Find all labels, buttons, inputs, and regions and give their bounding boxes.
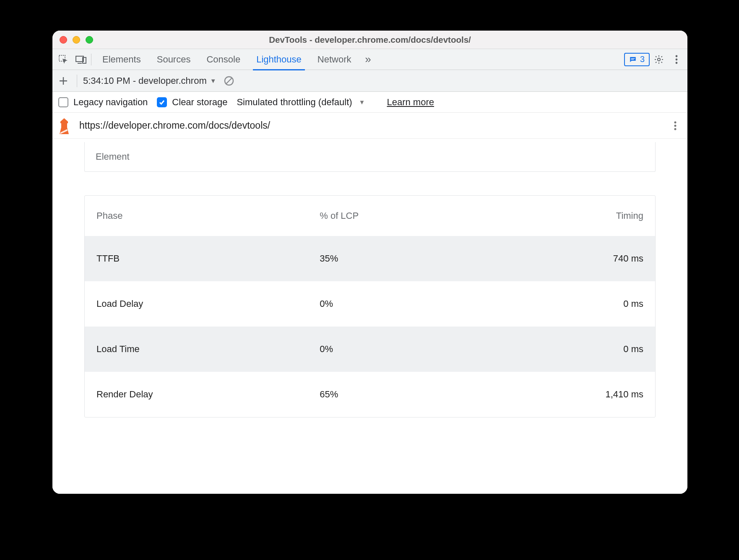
lcp-element-card[interactable]: Element: [84, 142, 656, 172]
clear-icon: [224, 75, 234, 86]
tab-console[interactable]: Console: [199, 49, 248, 70]
svg-marker-14: [60, 118, 68, 123]
svg-rect-15: [61, 123, 67, 127]
check-icon: [159, 99, 165, 106]
cell-timing: 0 ms: [520, 298, 643, 309]
table-row: Render Delay 65% 1,410 ms: [85, 372, 655, 417]
messages-count: 3: [640, 54, 645, 64]
devtools-tabstrip: Elements Sources Console Lighthouse Netw…: [52, 49, 687, 70]
cell-phase: Load Time: [96, 344, 320, 355]
zoom-window-button[interactable]: [86, 36, 93, 44]
traffic-lights: [52, 36, 93, 44]
tab-network[interactable]: Network: [310, 49, 359, 70]
element-card-label: Element: [96, 151, 130, 162]
cell-pct: 35%: [320, 253, 520, 264]
checkbox-box: [58, 97, 68, 107]
gear-icon: [654, 54, 664, 65]
more-tabs-button[interactable]: »: [360, 53, 377, 66]
table-header-row: Phase % of LCP Timing: [85, 196, 655, 236]
messages-badge[interactable]: 3: [624, 53, 650, 66]
svg-line-13: [226, 78, 232, 84]
learn-more-link[interactable]: Learn more: [387, 97, 434, 108]
col-header-phase: Phase: [96, 210, 320, 221]
svg-point-9: [676, 62, 678, 64]
tab-lighthouse[interactable]: Lighthouse: [249, 49, 309, 70]
devtools-window: DevTools - developer.chrome.com/docs/dev…: [52, 31, 687, 494]
clear-reports-button[interactable]: [222, 74, 236, 88]
checkbox-label: Legacy navigation: [73, 97, 148, 108]
table-row: TTFB 35% 740 ms: [85, 236, 655, 281]
tab-label: Console: [206, 54, 240, 65]
tab-elements[interactable]: Elements: [95, 49, 148, 70]
throttling-label: Simulated throttling (default): [237, 97, 352, 108]
lighthouse-icon: [56, 117, 73, 134]
cell-phase: Render Delay: [96, 389, 320, 400]
caret-down-icon: ▼: [359, 99, 365, 106]
report-selector[interactable]: 5:34:10 PM - developer.chrom ▼: [83, 75, 216, 86]
col-header-timing: Timing: [520, 210, 643, 221]
cell-phase: Load Delay: [96, 298, 320, 309]
separator: [77, 75, 77, 87]
more-options-button[interactable]: [668, 51, 685, 68]
svg-point-8: [676, 58, 678, 60]
checkbox-box: [157, 97, 167, 107]
caret-down-icon: ▼: [210, 77, 216, 84]
cell-timing: 1,410 ms: [520, 389, 643, 400]
report-label: 5:34:10 PM - developer.chrom: [83, 75, 207, 86]
table-row: Load Delay 0% 0 ms: [85, 281, 655, 327]
tab-label: Lighthouse: [256, 54, 302, 65]
report-menu-button[interactable]: [669, 117, 682, 134]
titlebar: DevTools - developer.chrome.com/docs/dev…: [52, 31, 687, 49]
cell-timing: 0 ms: [520, 344, 643, 355]
lighthouse-settings: Legacy navigation Clear storage Simulate…: [52, 92, 687, 113]
checkbox-label: Clear storage: [172, 97, 227, 108]
svg-rect-4: [631, 58, 635, 59]
svg-point-20: [674, 128, 677, 130]
settings-button[interactable]: [651, 51, 667, 68]
device-toolbar-icon[interactable]: [73, 51, 89, 68]
tab-label: Sources: [157, 54, 191, 65]
cell-phase: TTFB: [96, 253, 320, 264]
legacy-navigation-checkbox[interactable]: Legacy navigation: [58, 97, 148, 108]
close-window-button[interactable]: [60, 36, 67, 44]
separator: [91, 54, 91, 65]
plus-icon: [59, 76, 68, 86]
tab-sources[interactable]: Sources: [149, 49, 198, 70]
cell-pct: 0%: [320, 344, 520, 355]
chevron-right-double-icon: »: [365, 53, 371, 65]
kebab-icon: [674, 121, 677, 131]
svg-point-18: [674, 121, 677, 123]
minimize-window-button[interactable]: [73, 36, 80, 44]
svg-rect-5: [631, 59, 634, 60]
lighthouse-report-body: Element Phase % of LCP Timing TTFB 35% 7…: [52, 139, 687, 494]
col-header-pct: % of LCP: [320, 210, 520, 221]
kebab-icon: [675, 55, 678, 64]
cell-timing: 740 ms: [520, 253, 643, 264]
new-report-button[interactable]: [56, 73, 71, 88]
lcp-phase-table: Phase % of LCP Timing TTFB 35% 740 ms Lo…: [84, 195, 656, 417]
cell-pct: 65%: [320, 389, 520, 400]
message-icon: [629, 56, 637, 63]
svg-point-19: [674, 124, 677, 127]
table-row: Load Time 0% 0 ms: [85, 327, 655, 372]
cell-pct: 0%: [320, 298, 520, 309]
svg-point-6: [658, 58, 660, 60]
clear-storage-checkbox[interactable]: Clear storage: [157, 97, 227, 108]
audited-url: https://developer.chrome.com/docs/devtoo…: [79, 120, 662, 131]
lighthouse-url-row: https://developer.chrome.com/docs/devtoo…: [52, 113, 687, 139]
inspect-element-icon[interactable]: [55, 51, 72, 68]
tab-label: Network: [317, 54, 351, 65]
svg-point-7: [676, 55, 678, 57]
tab-label: Elements: [102, 54, 141, 65]
window-title: DevTools - developer.chrome.com/docs/dev…: [52, 35, 687, 45]
throttling-select[interactable]: Simulated throttling (default): [237, 97, 352, 108]
lighthouse-toolbar: 5:34:10 PM - developer.chrom ▼: [52, 70, 687, 92]
